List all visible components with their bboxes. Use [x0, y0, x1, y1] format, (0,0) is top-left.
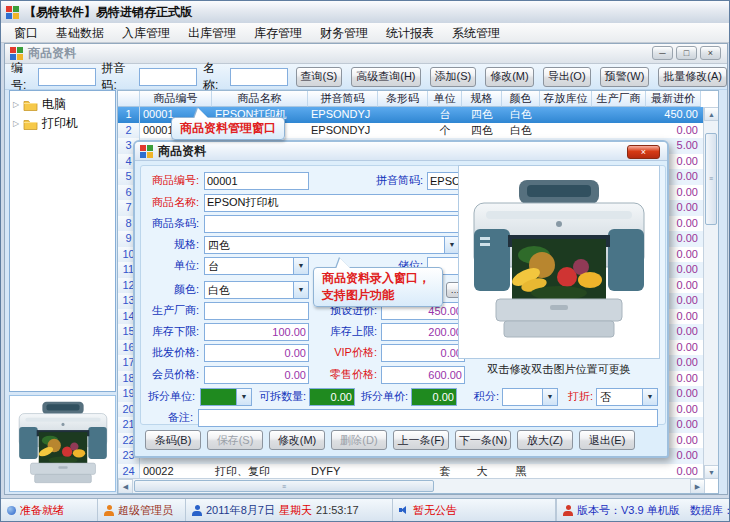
- table-cell: EPSONDYJ: [308, 123, 378, 139]
- scroll-right-icon[interactable]: ▶: [690, 479, 705, 494]
- product-code-field[interactable]: [204, 172, 309, 190]
- chevron-down-icon[interactable]: ▼: [293, 282, 308, 298]
- vertical-scrollbar[interactable]: ▲ ≡ ▼: [703, 107, 718, 479]
- dialog-button-6[interactable]: 放大(Z): [517, 430, 573, 450]
- menu-item-7[interactable]: 系统管理: [443, 23, 509, 43]
- discount-label: 打折:: [563, 389, 593, 404]
- chevron-down-icon[interactable]: ▼: [444, 237, 459, 253]
- spec-select[interactable]: 四色 ▼: [204, 236, 460, 254]
- column-header-4[interactable]: 单位: [428, 91, 462, 107]
- split-qty-field[interactable]: [309, 388, 355, 406]
- column-header-1[interactable]: 商品名称: [212, 91, 308, 107]
- split-unit-select[interactable]: ▼: [200, 388, 252, 406]
- grid-header: 商品编号商品名称拼音简码条形码单位规格颜色存放库位生产厂商最新进价: [118, 91, 718, 107]
- table-row[interactable]: 2400022打印、复印DYFY套大黑0.00: [118, 464, 718, 480]
- scroll-down-icon[interactable]: ▼: [704, 465, 719, 479]
- table-cell: [378, 123, 428, 139]
- column-header-2[interactable]: 拼音简码: [308, 91, 378, 107]
- vertical-scroll-thumb[interactable]: ≡: [705, 133, 717, 225]
- toolbar-button-1[interactable]: 高级查询(H): [351, 67, 420, 87]
- chevron-down-icon[interactable]: ▼: [642, 389, 657, 405]
- child-window-icon: [10, 47, 23, 60]
- color-select[interactable]: 白色 ▼: [204, 281, 309, 299]
- notice-text: 暂无公告: [413, 503, 457, 518]
- menu-item-0[interactable]: 窗口: [5, 23, 47, 43]
- version-text: 版本号：V3.9 单机版: [577, 503, 680, 518]
- column-header-5[interactable]: 规格: [462, 91, 502, 107]
- chevron-down-icon[interactable]: ▼: [236, 389, 251, 405]
- column-header-6[interactable]: 颜色: [502, 91, 540, 107]
- stock-lower-field[interactable]: [204, 323, 309, 341]
- code-search-input[interactable]: [38, 68, 96, 86]
- printer-image[interactable]: [464, 173, 654, 351]
- dialog-button-5[interactable]: 下一条(N): [455, 430, 511, 450]
- status-time: 21:53:17: [316, 504, 359, 516]
- restore-icon[interactable]: □: [676, 46, 697, 60]
- chevron-down-icon[interactable]: ▼: [542, 389, 557, 405]
- close-icon[interactable]: ×: [700, 46, 721, 60]
- toolbar-button-2[interactable]: 添加(S): [430, 67, 477, 87]
- horizontal-scrollbar[interactable]: ◀ ≡ ▶: [118, 478, 705, 493]
- toolbar-button-0[interactable]: 查询(S): [296, 67, 343, 87]
- menu-item-3[interactable]: 出库管理: [179, 23, 245, 43]
- table-cell: 450.00: [646, 107, 701, 123]
- row-number-corner: [118, 91, 140, 107]
- horizontal-scroll-thumb[interactable]: ≡: [134, 480, 434, 492]
- folder-icon: [23, 99, 38, 111]
- wholesale-price-field[interactable]: [204, 344, 309, 362]
- product-image-box[interactable]: [458, 165, 660, 359]
- note-field[interactable]: [198, 409, 658, 427]
- menu-item-2[interactable]: 入库管理: [113, 23, 179, 43]
- ready-status-icon: [7, 506, 16, 515]
- dialog-buttons: 条码(B)保存(S)修改(M)删除(D)上一条(F)下一条(N)放大(Z)退出(…: [145, 430, 635, 450]
- chevron-down-icon[interactable]: ▼: [293, 258, 308, 274]
- expand-icon[interactable]: ▷: [13, 100, 23, 109]
- column-header-8[interactable]: 生产厂商: [592, 91, 646, 107]
- dialog-close-icon[interactable]: ×: [627, 145, 660, 159]
- dialog-button-0[interactable]: 条码(B): [145, 430, 201, 450]
- dialog-button-2[interactable]: 修改(M): [269, 430, 325, 450]
- menu-item-4[interactable]: 库存管理: [245, 23, 311, 43]
- tree-item-1[interactable]: ▷打印机: [10, 114, 115, 133]
- toolbar-button-3[interactable]: 修改(M): [485, 67, 534, 87]
- column-header-7[interactable]: 存放库位: [540, 91, 592, 107]
- vip-price-field[interactable]: [381, 344, 465, 362]
- toolbar-button-4[interactable]: 导出(O): [543, 67, 591, 87]
- column-header-0[interactable]: 商品编号: [140, 91, 212, 107]
- scroll-up-icon[interactable]: ▲: [704, 107, 719, 121]
- menu-item-5[interactable]: 财务管理: [311, 23, 377, 43]
- retail-price-field[interactable]: [381, 366, 465, 384]
- manufacturer-field[interactable]: [204, 302, 309, 320]
- points-select[interactable]: ▼: [502, 388, 558, 406]
- dialog-button-7[interactable]: 退出(E): [579, 430, 635, 450]
- tree-item-0[interactable]: ▷电脑: [10, 95, 115, 114]
- dialog-icon: [140, 145, 153, 158]
- stock-upper-field[interactable]: [381, 323, 465, 341]
- name-search-input[interactable]: [230, 68, 288, 86]
- product-name-field[interactable]: [204, 194, 460, 212]
- minimize-icon[interactable]: ─: [652, 46, 673, 60]
- product-barcode-field[interactable]: [204, 215, 460, 233]
- toolbar-button-5[interactable]: 预警(W): [600, 67, 650, 87]
- database-text: 数据库：ACCESS: [690, 503, 730, 518]
- column-header-3[interactable]: 条形码: [378, 91, 428, 107]
- split-price-field[interactable]: [411, 388, 457, 406]
- pinyin-search-input[interactable]: [139, 68, 197, 86]
- unit-select[interactable]: 台 ▼: [204, 257, 309, 275]
- toolbar-button-6[interactable]: 批量修改(A): [658, 67, 727, 87]
- table-cell: [378, 464, 428, 480]
- dialog-button-4[interactable]: 上一条(F): [393, 430, 449, 450]
- expand-icon[interactable]: ▷: [13, 119, 23, 128]
- menu-item-6[interactable]: 统计报表: [377, 23, 443, 43]
- scroll-left-icon[interactable]: ◀: [118, 479, 133, 494]
- table-cell: 白色: [502, 123, 540, 139]
- current-user: 超级管理员: [118, 503, 173, 518]
- grid-tooltip: 商品资料管理窗口: [171, 117, 285, 140]
- printer-thumbnail-image: [14, 400, 112, 488]
- discount-select[interactable]: 否 ▼: [596, 388, 658, 406]
- menu-item-1[interactable]: 基础数据: [47, 23, 113, 43]
- table-cell: 打印、复印: [212, 464, 308, 480]
- member-price-field[interactable]: [204, 366, 309, 384]
- column-header-9[interactable]: 最新进价: [646, 91, 701, 107]
- product-thumbnail: [9, 395, 116, 492]
